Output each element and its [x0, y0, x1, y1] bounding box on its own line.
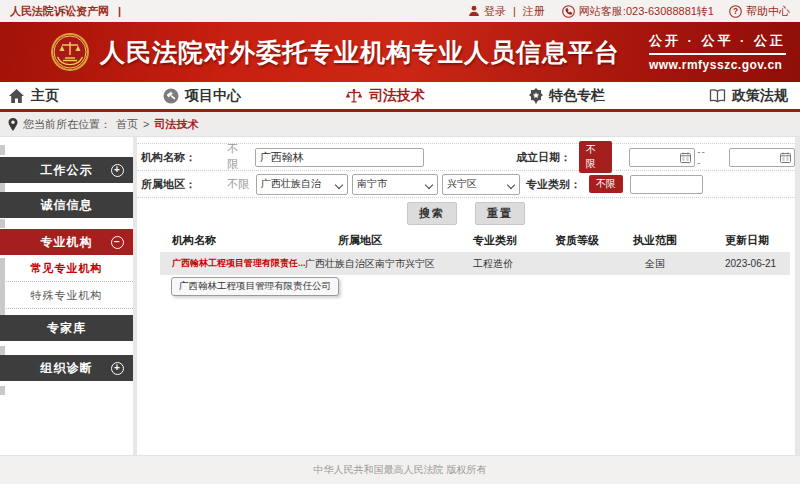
sidebar-item-label: 专业机构: [41, 234, 93, 251]
establish-date-start-input[interactable]: [629, 148, 695, 167]
col-header-grade: 资质等级: [543, 233, 621, 248]
user-icon: [468, 5, 480, 17]
search-button[interactable]: 搜索: [407, 202, 457, 225]
col-header-region: 所属地区: [305, 233, 465, 248]
copyright-text: 中华人民共和国最高人民法院 版权所有: [314, 463, 487, 484]
sidebar-accent: [0, 258, 5, 315]
search-filters: 机构名称： 不限 成立日期： 不限 --- 所属地区： 不限 广西壮族自治 南宁…: [137, 143, 795, 198]
col-header-org-name: 机构名称: [160, 233, 305, 248]
sidebar-submenu: 常见专业机构 特殊专业机构: [0, 255, 133, 309]
content-panel: 机构名称： 不限 成立日期： 不限 --- 所属地区： 不限 广西壮族自治 南宁…: [137, 137, 795, 455]
expand-plus-icon[interactable]: +: [111, 164, 124, 177]
nav-item-project-center[interactable]: 项目中心: [163, 87, 241, 105]
sidebar-item-work-publicity[interactable]: 工作公示 +: [0, 157, 133, 183]
sidebar: 工作公示 + 诚信信息 专业机构 − 常见专业机构 特殊专业机构 专家库 组织诊…: [0, 137, 133, 455]
sidebar-accent: [0, 386, 5, 395]
submenu-item-common-orgs[interactable]: 常见专业机构: [0, 255, 133, 282]
nav-label: 政策法规: [732, 87, 788, 105]
service-hotline-label: 网站客服:023-63088881转1: [579, 4, 714, 19]
sidebar-accent: [0, 145, 5, 155]
category-input[interactable]: [630, 175, 703, 194]
help-center-label: 帮助中心: [746, 4, 790, 19]
location-pin-icon: [8, 118, 18, 131]
cell-region: 广西壮族自治区南宁市兴宁区: [305, 257, 465, 271]
service-hotline[interactable]: 网站客服:023-63088881转1: [562, 4, 714, 19]
category-label: 专业类别：: [526, 177, 581, 192]
calendar-icon[interactable]: [780, 152, 791, 163]
breadcrumb-home-link[interactable]: 首页: [116, 117, 138, 132]
filter-actions: 搜索 重置: [137, 198, 795, 228]
breadcrumb: 您当前所在位置： 首页 > 司法技术: [0, 112, 800, 137]
sidebar-item-expert-pool[interactable]: 专家库: [0, 315, 133, 341]
top-utility-bar: 人民法院诉讼资产网 | 登录 | 注册 网站客服:023-63088881转1 …: [0, 0, 800, 22]
nav-item-home[interactable]: 主页: [8, 87, 59, 105]
col-header-category: 专业类别: [465, 233, 543, 248]
calendar-icon[interactable]: [680, 152, 691, 163]
nav-item-featured[interactable]: 特色专栏: [529, 87, 605, 105]
sidebar-accent: [0, 219, 5, 228]
login-register-divider: |: [513, 5, 516, 17]
filter-row-1: 机构名称： 不限 成立日期： 不限 ---: [137, 144, 795, 171]
province-select[interactable]: 广西壮族自治: [256, 174, 348, 195]
masthead: 人民法院对外委托专业机构专业人员信息平台 公开 · 公平 · 公正 www.rm…: [0, 22, 800, 82]
main-nav: 主页 项目中心 司法技术 特色专栏 政策法规: [0, 82, 800, 112]
expand-plus-icon[interactable]: +: [111, 362, 124, 375]
date-range-separator: ---: [697, 146, 709, 168]
register-link[interactable]: 注册: [523, 4, 545, 19]
nav-item-judicial-tech[interactable]: 司法技术: [345, 87, 425, 105]
project-icon: [163, 88, 179, 104]
org-name-text: 广西翰林工程项目管理有限责任...: [172, 257, 305, 270]
slogan-divider: [649, 53, 786, 55]
breadcrumb-current: 司法技术: [154, 117, 198, 132]
city-select[interactable]: 南宁市: [352, 174, 438, 195]
col-header-scope: 执业范围: [621, 233, 711, 248]
login-label: 登录: [484, 4, 506, 19]
topbar-divider: |: [118, 5, 121, 17]
table-header-row: 机构名称 所属地区 专业类别 资质等级 执业范围 更新日期: [160, 228, 790, 252]
org-name-input[interactable]: [255, 148, 424, 167]
sidebar-accent: [0, 183, 5, 192]
sidebar-item-org-diagnosis[interactable]: 组织诊断 +: [0, 355, 133, 381]
region-label: 所属地区：: [141, 177, 197, 192]
region-unlimited[interactable]: 不限: [227, 177, 249, 192]
cell-updated: 2023-06-21: [711, 258, 790, 269]
establish-date-unlimited-button[interactable]: 不限: [579, 141, 612, 173]
scales-icon: [345, 88, 363, 104]
platform-title: 人民法院对外委托专业机构专业人员信息平台: [100, 36, 620, 69]
submenu-item-special-orgs[interactable]: 特殊专业机构: [0, 282, 133, 309]
collapse-minus-icon[interactable]: −: [111, 236, 124, 249]
sidebar-item-integrity-info[interactable]: 诚信信息: [0, 192, 133, 218]
org-name-tooltip: 广西翰林工程项目管理有限责任公司: [171, 277, 339, 296]
breadcrumb-prefix: 您当前所在位置：: [23, 117, 111, 132]
footer: 中华人民共和国最高人民法院 版权所有: [0, 455, 800, 484]
login-link[interactable]: 登录: [468, 4, 506, 19]
phone-icon: [562, 5, 575, 18]
category-unlimited-button[interactable]: 不限: [589, 175, 623, 193]
nav-label: 项目中心: [185, 87, 241, 105]
district-select[interactable]: 兴宁区: [442, 174, 520, 195]
sidebar-item-label: 诚信信息: [41, 197, 93, 214]
org-name-unlimited[interactable]: 不限: [227, 142, 248, 172]
breadcrumb-separator: >: [143, 118, 149, 130]
col-header-updated: 更新日期: [711, 233, 790, 248]
badge-icon: [529, 88, 543, 104]
cell-category: 工程造价: [465, 257, 543, 271]
sidebar-item-professional-orgs[interactable]: 专业机构 −: [0, 229, 133, 255]
portal-site-link[interactable]: 人民法院诉讼资产网: [10, 4, 109, 19]
help-center-link[interactable]: ? 帮助中心: [729, 4, 790, 19]
sidebar-item-label: 专家库: [47, 320, 86, 337]
nav-item-policies[interactable]: 政策法规: [709, 87, 788, 105]
book-icon: [709, 89, 726, 103]
establish-date-end-input[interactable]: [729, 148, 795, 167]
sidebar-item-label: 工作公示: [41, 162, 93, 179]
org-name-label: 机构名称：: [141, 150, 197, 165]
org-name-link[interactable]: 广西翰林工程项目管理有限责任...: [160, 257, 305, 270]
main-area: 工作公示 + 诚信信息 专业机构 − 常见专业机构 特殊专业机构 专家库 组织诊…: [0, 137, 800, 455]
table-row[interactable]: 广西翰林工程项目管理有限责任... 广西壮族自治区南宁市兴宁区 工程造价 全国 …: [160, 252, 790, 275]
home-icon: [8, 88, 25, 104]
reset-button[interactable]: 重置: [475, 202, 525, 225]
establish-date-label: 成立日期：: [516, 150, 571, 165]
question-icon: ?: [729, 5, 742, 18]
filter-row-2: 所属地区： 不限 广西壮族自治 南宁市 兴宁区 专业类别： 不限: [137, 171, 795, 198]
nav-label: 特色专栏: [549, 87, 605, 105]
